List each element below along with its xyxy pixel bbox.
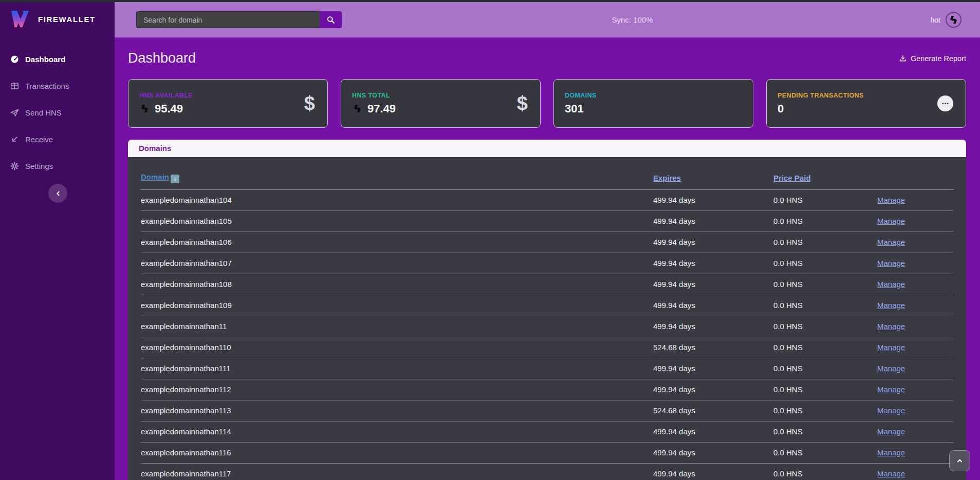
window-top-strip [0, 0, 980, 2]
hns-logo-icon [352, 103, 363, 114]
sidebar: FIREWALLET Dashboard Transactions Send H… [0, 2, 115, 480]
card-label: PENDING TRANSACTIONS [778, 92, 864, 99]
manage-link[interactable]: Manage [877, 238, 905, 246]
card-hns-total: HNS TOTAL 97.49 $ [341, 79, 541, 128]
price-paid-cell: 0.0 HNS [773, 210, 877, 232]
expires-cell: 499.94 days [653, 253, 773, 274]
domains-panel-title: Domains [128, 140, 966, 157]
ellipsis-icon [941, 99, 950, 108]
table-row: exampledomainnathan116 499.94 days 0.0 H… [141, 442, 953, 463]
card-label: HNS TOTAL [352, 92, 396, 99]
expires-cell: 499.94 days [653, 232, 773, 253]
table-row: exampledomainnathan108 499.94 days 0.0 H… [141, 274, 953, 295]
sidebar-item-label: Receive [25, 135, 53, 144]
manage-link[interactable]: Manage [877, 217, 905, 225]
domain-cell: exampledomainnathan105 [141, 210, 653, 232]
manage-link[interactable]: Manage [877, 427, 905, 436]
price-paid-cell: 0.0 HNS [773, 400, 877, 421]
domain-cell: exampledomainnathan111 [141, 358, 653, 379]
domain-cell: exampledomainnathan106 [141, 232, 653, 253]
manage-link[interactable]: Manage [877, 259, 905, 267]
scroll-to-top-button[interactable] [949, 450, 970, 471]
sidebar-item-dashboard[interactable]: Dashboard [0, 46, 115, 72]
manage-link[interactable]: Manage [877, 301, 905, 310]
column-header-expires[interactable]: Expires [653, 174, 681, 182]
price-paid-cell: 0.0 HNS [773, 358, 877, 379]
domain-cell: exampledomainnathan108 [141, 274, 653, 295]
domain-cell: exampledomainnathan11 [141, 316, 653, 337]
price-paid-cell: 0.0 HNS [773, 274, 877, 295]
price-paid-cell: 0.0 HNS [773, 253, 877, 274]
sort-descending-icon: ↓ [171, 175, 179, 183]
topbar: Sync: 100% hot [115, 2, 980, 37]
table-row: exampledomainnathan111 499.94 days 0.0 H… [141, 358, 953, 379]
sidebar-collapse-button[interactable] [48, 184, 67, 203]
ellipsis-menu-button[interactable] [937, 95, 953, 111]
expires-cell: 499.94 days [653, 274, 773, 295]
generate-report-button[interactable]: Generate Report [899, 54, 966, 63]
domain-cell: exampledomainnathan117 [141, 463, 653, 480]
card-value: 97.49 [367, 102, 396, 116]
manage-link[interactable]: Manage [877, 280, 905, 289]
sidebar-item-label: Transactions [25, 82, 69, 90]
price-paid-cell: 0.0 HNS [773, 295, 877, 316]
domains-panel: Domains Domain↓ Expires Price Paid examp… [128, 140, 966, 480]
expires-cell: 499.94 days [653, 379, 773, 400]
manage-link[interactable]: Manage [877, 364, 905, 373]
sidebar-item-send-hns[interactable]: Send HNS [0, 99, 115, 126]
sidebar-item-label: Settings [25, 162, 53, 170]
sidebar-item-label: Dashboard [25, 55, 65, 64]
price-paid-cell: 0.0 HNS [773, 463, 877, 480]
manage-link[interactable]: Manage [877, 322, 905, 331]
column-header-domain[interactable]: Domain [141, 172, 169, 181]
price-paid-cell: 0.0 HNS [773, 442, 877, 463]
manage-link[interactable]: Manage [877, 385, 905, 394]
manage-link[interactable]: Manage [877, 469, 905, 478]
chevron-left-icon [54, 189, 62, 198]
search-button[interactable] [320, 11, 342, 28]
table-row: exampledomainnathan114 499.94 days 0.0 H… [141, 421, 953, 442]
expires-cell: 499.94 days [653, 210, 773, 232]
app-logo[interactable]: FIREWALLET [0, 2, 115, 34]
expires-cell: 499.94 days [653, 442, 773, 463]
manage-link[interactable]: Manage [877, 448, 905, 457]
table-row: exampledomainnathan117 499.94 days 0.0 H… [141, 463, 953, 480]
domain-cell: exampledomainnathan114 [141, 421, 653, 442]
gear-icon [10, 161, 20, 171]
card-domains: DOMAINS 301 [553, 79, 753, 128]
sidebar-item-receive[interactable]: Receive [0, 126, 115, 152]
receive-arrow-icon [10, 135, 20, 144]
card-label: DOMAINS [565, 92, 597, 99]
manage-link[interactable]: Manage [877, 196, 905, 204]
price-paid-cell: 0.0 HNS [773, 421, 877, 442]
stat-cards: HNS AVAILABLE 95.49 $ HNS TOTAL 97.49 [128, 79, 966, 128]
send-paper-plane-icon [10, 108, 20, 118]
sync-status: Sync: 100% [593, 2, 672, 37]
table-row: exampledomainnathan109 499.94 days 0.0 H… [141, 295, 953, 316]
manage-link[interactable]: Manage [877, 343, 905, 352]
table-row: exampledomainnathan107 499.94 days 0.0 H… [141, 253, 953, 274]
wallet-group[interactable]: hot [931, 2, 961, 37]
main-content: Dashboard Generate Report HNS AVAILABLE … [115, 37, 980, 480]
page-title: Dashboard [128, 50, 196, 66]
manage-link[interactable]: Manage [877, 406, 905, 415]
table-row: exampledomainnathan113 524.68 days 0.0 H… [141, 400, 953, 421]
search-group [136, 11, 342, 28]
table-row: exampledomainnathan112 499.94 days 0.0 H… [141, 379, 953, 400]
sidebar-item-transactions[interactable]: Transactions [0, 72, 115, 99]
sidebar-nav: Dashboard Transactions Send HNS Receive [0, 46, 115, 179]
domain-cell: exampledomainnathan107 [141, 253, 653, 274]
column-header-price-paid[interactable]: Price Paid [773, 174, 811, 182]
transactions-table-icon [10, 81, 20, 91]
generate-report-label: Generate Report [911, 54, 966, 63]
download-icon [899, 54, 907, 63]
handshake-wallet-badge[interactable] [946, 12, 961, 28]
price-paid-cell: 0.0 HNS [773, 189, 877, 210]
search-icon [326, 15, 336, 25]
price-paid-cell: 0.0 HNS [773, 379, 877, 400]
card-label: HNS AVAILABLE [139, 92, 193, 99]
chevron-up-icon [955, 456, 964, 465]
search-input[interactable] [136, 11, 320, 28]
sidebar-item-settings[interactable]: Settings [0, 152, 115, 179]
app-name: FIREWALLET [38, 15, 96, 24]
